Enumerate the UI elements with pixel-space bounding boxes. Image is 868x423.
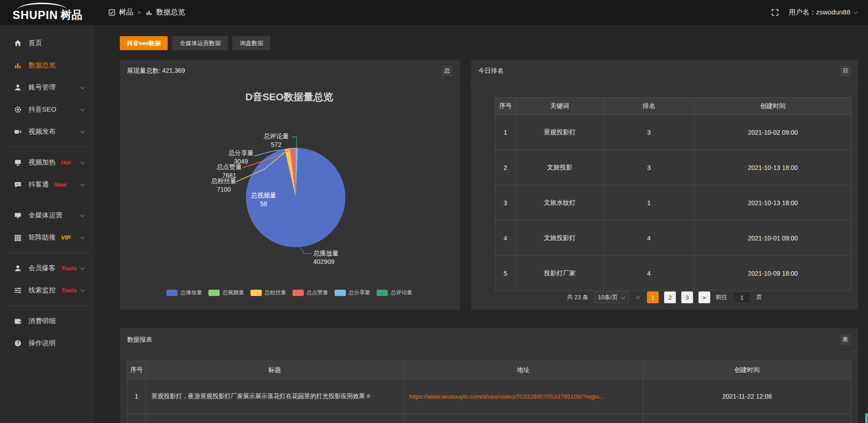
legend-item-comments[interactable]: 总评论量 [377,289,412,296]
table-header-row: 序号 关键词 排名 创建时间 [495,98,852,115]
video-camera-icon [14,128,22,136]
new-badge: New [54,181,66,188]
wallet-icon [14,317,22,325]
breadcrumb-current[interactable]: 数据总览 [145,8,185,17]
chevron-down-icon [80,129,85,133]
day-view-button[interactable]: 日 [840,66,851,76]
report-panel-title: 数据报表 [127,336,152,344]
tools-badge: Tools [61,287,76,294]
chat-bubble-icon [14,181,22,188]
top-header: SHUPIN 树品 树品 > 数据总览 用户名：zswodun88 [0,0,868,25]
next-page-button[interactable]: > [698,291,710,303]
chevron-down-icon [80,287,85,292]
sidebar-item-douyin-seo[interactable]: 抖音SEO [0,99,95,121]
table-row: 3文旅水纹灯12021-10-13 18:00 [495,185,852,221]
report-video-link[interactable]: https://www.iesdouyin.com/share/video/70… [409,393,604,400]
sidebar-divider [5,253,90,253]
tools-badge: Tools [61,265,76,272]
sidebar-item-video-heat[interactable]: 视频加热 Hot [0,151,95,174]
display-icon [14,159,22,166]
chart-legend: 总播放量 总视频量 总粉丝量 总点赞量 总分享量 总评论量 [120,289,459,296]
chevron-down-icon [80,85,85,89]
hot-badge: Hot [61,159,71,166]
legend-swatch [250,290,262,296]
sidebar-item-home[interactable]: 首页 [0,32,95,54]
legend-swatch [208,290,220,296]
pie-label-videos: 总视频量58 [245,191,282,208]
data-source-tabs: 抖音seo数据 全媒体运营数据 询盘数据 [120,36,270,50]
tab-omnimedia-data[interactable]: 全媒体运营数据 [172,36,228,50]
overview-panel: 展现量总数: 421,369 总 D音SEO数据量总览 总评论量572 总分享量… [120,60,460,310]
sidebar-item-video-publish[interactable]: 视频发布 [0,121,95,143]
goto-page-input[interactable] [733,291,751,303]
chevron-down-icon [80,212,85,217]
chevron-down-icon [80,107,85,111]
breadcrumb-home[interactable]: 树品 [108,8,133,17]
total-count-label: 共 23 条 [567,293,589,301]
legend-swatch [166,290,178,296]
legend-item-shares[interactable]: 总分享量 [335,289,370,296]
pie-label-comments: 总评论量572 [258,132,294,149]
table-row: 5投影灯厂家42021-10-09 18:00 [495,256,852,291]
legend-swatch [292,290,304,296]
question-circle-icon: ? [14,339,22,347]
user-menu[interactable]: 用户名：zswodun88 [789,8,857,17]
goto-label: 前往 [716,293,727,301]
ranking-panel-title: 今日排名 [478,67,504,75]
legend-swatch [377,290,388,296]
sidebar-item-lead-monitor[interactable]: 线索监控 Tools [0,279,95,301]
page-size-select[interactable]: 10条/页 [594,291,629,303]
table-view-button[interactable]: 表 [840,334,851,345]
chevron-down-icon [621,295,625,299]
breadcrumb-separator-icon: > [137,9,141,16]
grid-icon [14,234,22,241]
gear-icon [14,106,22,113]
sidebar-item-member[interactable]: 会员爆客 Tools [0,257,95,279]
user-icon [14,264,22,272]
bar-chart-icon [14,61,22,69]
chevron-down-icon [80,235,85,239]
scrollbar-thumb[interactable] [865,413,868,423]
sidebar-item-omnimedia[interactable]: 全媒体运营 [0,204,95,226]
sidebar-item-data-overview[interactable]: 数据总览 [0,54,95,76]
today-ranking-panel: 今日排名 日 序号 关键词 排名 创建时间 1景观投影灯32021-10-02 … [471,60,858,310]
svg-text:?: ? [16,341,19,346]
goto-suffix-label: 页 [756,293,762,301]
home-icon [14,39,22,47]
table-row: 2文旅投影32021-10-13 18:00 [495,150,852,185]
chevron-down-icon [80,182,85,186]
table-row: 1景观投影灯32021-10-02 09:00 [495,115,852,150]
page-button-2[interactable]: 2 [664,291,676,303]
pie-label-fans: 总粉丝量7100 [206,177,242,194]
sidebar-item-instructions[interactable]: ? 操作说明 [0,332,95,354]
fullscreen-icon[interactable] [771,9,779,16]
sidebar-item-douketong[interactable]: 抖客通 New [0,174,95,196]
total-view-button[interactable]: 总 [442,66,453,76]
data-report-panel: 数据报表 表 序号 标题 地址 创建时间 1 景观投影灯，夜游景观投影灯厂家展示… [120,328,858,423]
app-logo: SHUPIN 树品 [0,0,95,25]
legend-item-plays[interactable]: 总播放量 [166,289,202,296]
sidebar-item-account[interactable]: 账号管理 [0,76,95,99]
prev-page-button[interactable]: < [634,294,642,301]
logo-arc [17,3,67,10]
pie-leader-lines [120,82,459,310]
check-square-icon [108,9,116,16]
table-row [127,414,851,423]
page-button-1[interactable]: 1 [647,291,659,303]
tab-inquiry-data[interactable]: 询盘数据 [232,36,270,50]
sidebar-item-consumption[interactable]: 消费明细 [0,310,95,332]
sidebar-divider [5,147,90,147]
legend-item-likes[interactable]: 总点赞量 [292,289,328,296]
legend-item-videos[interactable]: 总视频量 [208,289,244,296]
tab-douyin-seo-data[interactable]: 抖音seo数据 [120,36,168,50]
sidebar-item-matrix-boost[interactable]: 矩阵助推 VIP [0,226,95,249]
pagination: 共 23 条 10条/页 < 1 2 3 > 前往 页 [471,291,858,303]
page-button-3[interactable]: 3 [681,291,693,303]
vip-badge: VIP [61,234,71,241]
report-table: 序号 标题 地址 创建时间 1 景观投影灯，夜游景观投影灯厂家展示展示落花灯在花… [127,361,851,423]
table-row: 4文旅投影灯42021-10-01 09:00 [495,221,852,256]
sidebar-divider [5,306,90,306]
legend-item-fans[interactable]: 总粉丝量 [250,289,286,296]
monitor-icon [14,212,22,219]
pie-chart: D音SEO数据量总览 总评论量572 总分享量3049 总点赞量7681 总粉丝… [120,82,459,310]
